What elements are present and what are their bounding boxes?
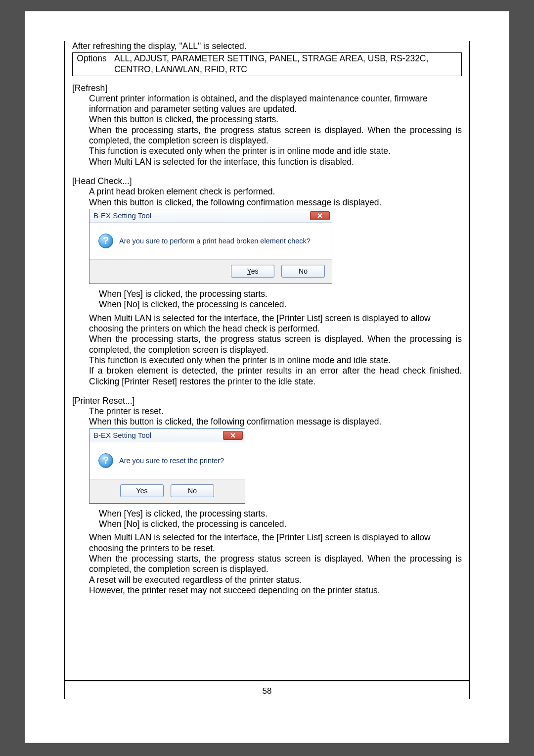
content-frame: After refreshing the display, "ALL" is s… (64, 41, 470, 699)
refresh-title: [Refresh] (72, 83, 462, 94)
footer-rule-heavy (65, 680, 469, 681)
reset-p7: A reset will be executed regardless of t… (89, 575, 462, 585)
yes-label-rest: es (140, 487, 148, 495)
reset-p8: However, the printer reset may not succe… (89, 585, 462, 596)
headcheck-p2: When this button is clicked, the followi… (89, 197, 462, 208)
reset-title: [Printer Reset...] (72, 396, 462, 406)
reset-p1: The printer is reset. (89, 406, 462, 417)
dialog-title: B-EX Setting Tool (93, 211, 151, 220)
headcheck-title: [Head Check...] (72, 176, 462, 187)
dialog-titlebar: B-EX Setting Tool (89, 209, 332, 223)
headcheck-dialog: B-EX Setting Tool ? Are you sure to perf… (89, 209, 332, 284)
reset-p5: When Multi LAN is selected for the inter… (89, 532, 462, 554)
headcheck-p5: When Multi LAN is selected for the inter… (89, 313, 462, 334)
dialog-message: Are you sure to reset the printer? (119, 457, 224, 465)
options-label: Options (73, 53, 111, 76)
refresh-p1: Current printer information is obtained,… (89, 94, 462, 115)
close-icon[interactable] (223, 431, 243, 440)
headcheck-p7: This function is executed only when the … (89, 355, 462, 366)
dialog-buttons: Yes No (89, 479, 245, 503)
reset-p6: When the processing starts, the progress… (89, 554, 462, 575)
yes-button[interactable]: Yes (120, 484, 164, 497)
dialog-body: ? Are you sure to perform a print head b… (89, 223, 332, 259)
document-page: After refreshing the display, "ALL" is s… (25, 11, 509, 743)
no-button[interactable]: No (281, 265, 325, 278)
refresh-p3: When the processing starts, the progress… (89, 125, 462, 146)
question-icon: ? (98, 234, 113, 248)
reset-p4: When [No] is clicked, the processing is … (99, 519, 462, 529)
no-button[interactable]: No (171, 484, 214, 497)
dialog-title: B-EX Setting Tool (93, 431, 151, 439)
yes-button[interactable]: Yes (231, 265, 274, 278)
headcheck-p8: If a broken element is detected, the pri… (89, 366, 462, 387)
yes-label-rest: es (251, 267, 259, 275)
close-icon[interactable] (310, 211, 330, 220)
options-table: Options ALL, ADJUST, PARAMETER SETTING, … (72, 52, 462, 76)
intro-text: After refreshing the display, "ALL" is s… (72, 41, 462, 51)
headcheck-p4: When [No] is clicked, the processing is … (99, 299, 462, 310)
headcheck-p6: When the processing starts, the progress… (89, 334, 462, 355)
question-icon: ? (98, 453, 113, 468)
reset-p2: When this button is clicked, the followi… (89, 417, 462, 427)
page-number: 58 (65, 686, 469, 696)
headcheck-p1: A print head broken element check is per… (89, 187, 462, 197)
options-value: ALL, ADJUST, PARAMETER SETTING, PANEL, S… (111, 53, 462, 76)
dialog-buttons: Yes No (89, 259, 332, 284)
reset-dialog: B-EX Setting Tool ? Are you sure to rese… (89, 428, 245, 504)
dialog-message: Are you sure to perform a print head bro… (119, 237, 311, 245)
refresh-p5: When Multi LAN is selected for the inter… (89, 157, 462, 167)
refresh-p4: This function is executed only when the … (89, 146, 462, 156)
refresh-p2: When this button is clicked, the process… (89, 114, 462, 125)
dialog-titlebar: B-EX Setting Tool (89, 429, 245, 442)
dialog-body: ? Are you sure to reset the printer? (89, 442, 245, 479)
footer-rule-light (65, 684, 469, 684)
headcheck-p3: When [Yes] is clicked, the processing st… (99, 289, 462, 299)
reset-p3: When [Yes] is clicked, the processing st… (99, 509, 462, 519)
